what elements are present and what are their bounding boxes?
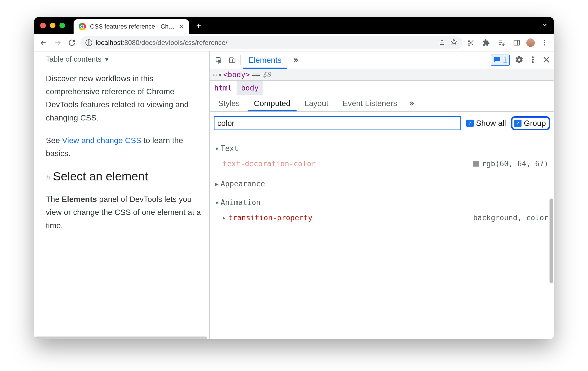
tab-title: CSS features reference - Chrom: [90, 23, 175, 30]
browser-menu-button[interactable]: [539, 37, 550, 48]
address-bar[interactable]: i localhost:8080/docs/devtools/css/refer…: [80, 36, 462, 49]
property-name: text-decoration-color: [223, 159, 316, 168]
bookmark-icon[interactable]: [450, 38, 457, 47]
issues-badge[interactable]: 1: [491, 55, 510, 66]
inspect-element-icon[interactable]: [213, 55, 224, 66]
tabs-dropdown-icon[interactable]: [542, 22, 548, 29]
property-value: rgb(60, 64, 67): [473, 159, 548, 168]
group-header-text[interactable]: ▼ Text: [215, 138, 548, 157]
devtools-menu-icon[interactable]: [529, 55, 537, 65]
property-value: background, color: [473, 213, 548, 222]
filter-input[interactable]: [214, 116, 461, 130]
svg-point-21: [532, 59, 534, 60]
share-icon[interactable]: [439, 38, 445, 47]
tab-elements[interactable]: Elements: [243, 52, 287, 69]
group-name: Animation: [221, 198, 261, 207]
svg-point-14: [544, 40, 545, 41]
group-header-appearance[interactable]: ▶ Appearance: [215, 173, 548, 192]
forward-button[interactable]: [52, 37, 63, 48]
svg-line-8: [470, 41, 471, 42]
profile-avatar[interactable]: [526, 38, 535, 47]
tab-styles[interactable]: Styles: [212, 96, 246, 111]
page-content-wrap: Table of contents ▾ Discover new workflo…: [34, 51, 209, 339]
svg-rect-12: [514, 40, 520, 45]
expand-triangle-icon[interactable]: ▼: [218, 72, 222, 78]
site-info-icon[interactable]: i: [85, 39, 92, 46]
close-window-button[interactable]: [40, 23, 46, 28]
dom-tree-row[interactable]: ⋯ ▼ <body> == $0: [210, 69, 554, 81]
collapse-triangle-icon: ▶: [215, 181, 218, 187]
close-tab-button[interactable]: ✕: [179, 23, 184, 30]
svg-point-15: [544, 42, 545, 43]
close-devtools-icon[interactable]: [542, 55, 551, 65]
group-label: Group: [524, 119, 546, 128]
svg-point-16: [544, 44, 545, 45]
side-panel-icon[interactable]: [511, 37, 522, 48]
expand-triangle-icon: ▼: [215, 200, 218, 206]
dom-tag: <body>: [223, 70, 250, 79]
back-button[interactable]: [38, 37, 49, 48]
browser-window: CSS features reference - Chrom ✕ ＋ i loc…: [34, 17, 554, 339]
property-row[interactable]: text-decoration-color rgb(60, 64, 67): [215, 157, 548, 173]
horizontal-scrollbar[interactable]: [35, 337, 207, 339]
url-text: localhost:8080/docs/devtools/css/referen…: [96, 39, 228, 47]
minimize-window-button[interactable]: [50, 23, 55, 28]
more-pane-tabs-icon[interactable]: [405, 98, 417, 109]
show-all-label: Show all: [476, 119, 506, 128]
device-toolbar-icon[interactable]: [227, 55, 238, 66]
view-change-css-link[interactable]: View and change CSS: [62, 136, 141, 145]
settings-icon[interactable]: [515, 55, 523, 65]
section-heading: #Select an element: [46, 170, 201, 183]
new-tab-button[interactable]: ＋: [195, 20, 203, 31]
browser-tab[interactable]: CSS features reference - Chrom ✕: [74, 19, 189, 34]
group-name: Text: [221, 144, 239, 153]
checkbox-checked-icon: ✓: [514, 120, 522, 127]
expand-triangle-icon[interactable]: ▶: [223, 215, 226, 221]
scissors-icon[interactable]: [465, 37, 477, 48]
content-area: Table of contents ▾ Discover new workflo…: [34, 51, 554, 339]
computed-filter-row: ✓ Show all ✓ Group: [210, 112, 554, 135]
devtools-panel: Elements 1: [209, 51, 554, 339]
dom-breadcrumb: html body: [210, 81, 554, 95]
maximize-window-button[interactable]: [59, 23, 65, 28]
svg-point-5: [468, 44, 470, 46]
group-header-animation[interactable]: ▼ Animation: [215, 192, 548, 211]
titlebar: CSS features reference - Chrom ✕ ＋: [34, 17, 554, 34]
breadcrumb-body[interactable]: body: [237, 81, 263, 95]
checkbox-checked-icon: ✓: [466, 120, 474, 127]
dom-equals: ==: [252, 70, 260, 79]
show-all-checkbox[interactable]: ✓ Show all: [466, 119, 506, 128]
toolbar-right: [465, 37, 550, 48]
group-checkbox[interactable]: ✓ Group: [511, 116, 550, 130]
vertical-scrollbar[interactable]: [550, 199, 553, 283]
devtools-toolbar: Elements 1: [210, 51, 554, 69]
reading-list-icon[interactable]: [496, 37, 507, 48]
svg-rect-19: [232, 59, 235, 62]
group-name: Appearance: [221, 180, 265, 188]
toc-label: Table of contents: [46, 55, 102, 64]
tab-event-listeners[interactable]: Event Listeners: [336, 96, 404, 111]
extensions-icon[interactable]: [480, 37, 492, 48]
dom-ellipsis-icon: ⋯: [213, 71, 217, 78]
property-name: transition-property: [228, 213, 312, 222]
page-content: Table of contents ▾ Discover new workflo…: [34, 51, 209, 247]
reload-button[interactable]: [66, 37, 78, 48]
anchor-hash-icon[interactable]: #: [46, 172, 51, 182]
expand-triangle-icon: ▼: [215, 146, 218, 152]
navigation-toolbar: i localhost:8080/docs/devtools/css/refer…: [34, 34, 554, 51]
styles-pane-tabs: Styles Computed Layout Event Listeners: [210, 95, 554, 112]
color-swatch-icon[interactable]: [473, 161, 479, 167]
breadcrumb-html[interactable]: html: [210, 81, 237, 95]
svg-point-20: [532, 56, 534, 58]
property-row[interactable]: ▶ transition-property background, color: [215, 211, 548, 227]
separator: [240, 55, 241, 65]
issues-count: 1: [503, 56, 507, 64]
intro-paragraph-2: See View and change CSS to learn the bas…: [46, 134, 201, 160]
svg-point-22: [532, 61, 534, 63]
tab-layout[interactable]: Layout: [298, 96, 334, 111]
tab-computed[interactable]: Computed: [248, 96, 297, 111]
table-of-contents-toggle[interactable]: Table of contents ▾: [46, 51, 201, 72]
window-controls: [40, 23, 65, 28]
svg-marker-3: [451, 39, 457, 44]
more-tabs-icon[interactable]: [289, 55, 301, 66]
